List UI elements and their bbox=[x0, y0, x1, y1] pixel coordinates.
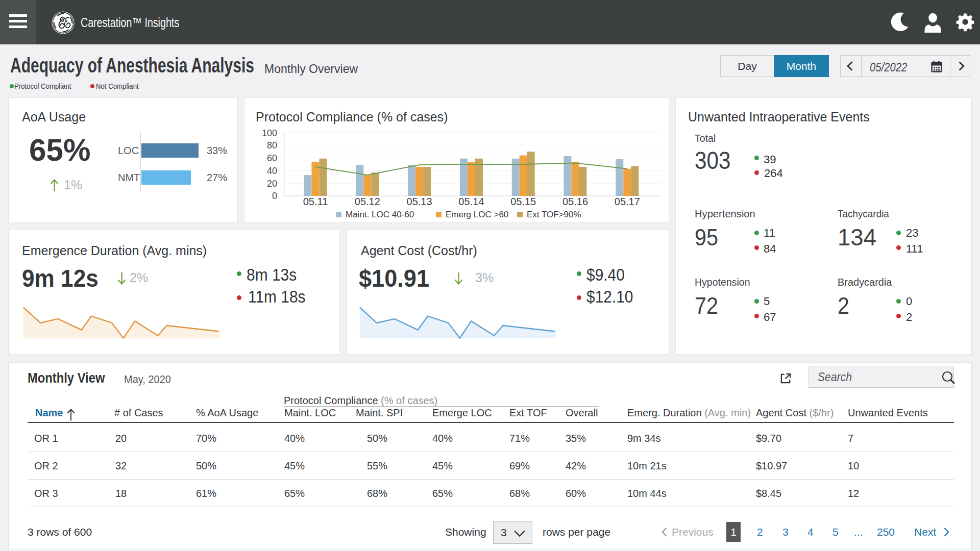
svg-text:05.11: 05.11 bbox=[303, 196, 328, 207]
svg-text:05.16: 05.16 bbox=[562, 196, 588, 207]
svg-text:0: 0 bbox=[272, 191, 277, 201]
svg-text:05.15: 05.15 bbox=[510, 196, 536, 207]
svg-text:60: 60 bbox=[267, 153, 277, 163]
svg-text:Emerg LOC >60: Emerg LOC >60 bbox=[446, 210, 508, 219]
svg-text:100: 100 bbox=[262, 128, 277, 138]
svg-text:05.14: 05.14 bbox=[458, 196, 484, 207]
svg-text:Maint. LOC 40-60: Maint. LOC 40-60 bbox=[346, 210, 414, 219]
svg-text:Ext TOF>90%: Ext TOF>90% bbox=[527, 210, 581, 219]
svg-text:05.17: 05.17 bbox=[615, 196, 640, 207]
svg-text:20: 20 bbox=[267, 179, 277, 189]
svg-text:05.13: 05.13 bbox=[407, 196, 432, 207]
svg-text:80: 80 bbox=[267, 140, 277, 151]
svg-text:05.12: 05.12 bbox=[355, 196, 380, 207]
svg-text:40: 40 bbox=[267, 166, 277, 176]
